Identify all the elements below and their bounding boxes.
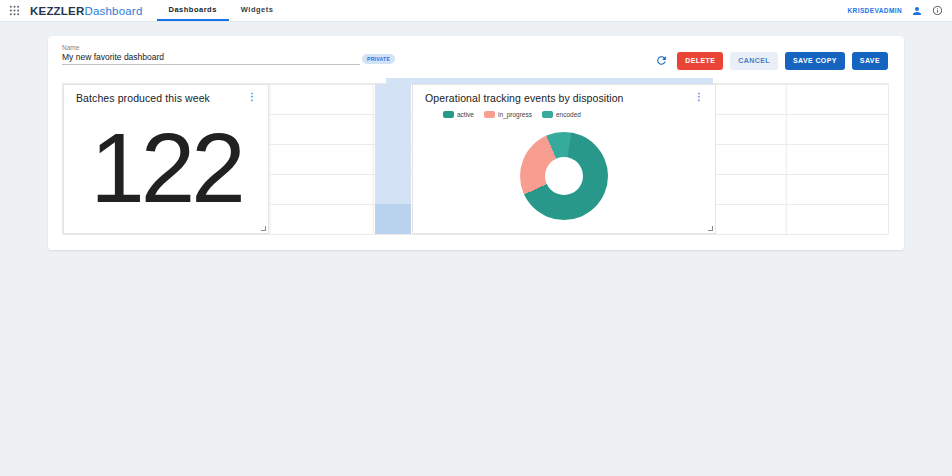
resize-handle[interactable]	[708, 226, 713, 231]
cancel-button[interactable]: CANCEL	[730, 52, 778, 70]
kebab-menu-icon[interactable]: ⋮	[245, 92, 259, 102]
save-button[interactable]: SAVE	[852, 52, 888, 70]
widget-header: Operational tracking events by dispositi…	[413, 85, 715, 104]
refresh-icon[interactable]	[655, 54, 668, 67]
brand-logo[interactable]: KEZZLERDashboard	[26, 0, 147, 21]
toolbar-actions: DELETE CANCEL SAVE COPY SAVE	[655, 51, 888, 70]
grid-drop-highlight-column	[375, 84, 411, 234]
legend-item-encoded[interactable]: encoded	[542, 111, 581, 118]
donut-chart	[520, 132, 608, 220]
legend-item-in-progress[interactable]: in_progress	[484, 111, 532, 118]
widget-title: Batches produced this week	[76, 92, 210, 104]
legend-swatch	[484, 111, 495, 118]
person-icon[interactable]	[911, 5, 923, 17]
widget-header: Batches produced this week ⋮	[64, 85, 268, 104]
info-icon[interactable]	[932, 5, 943, 16]
tab-dashboards[interactable]: Dashboards	[157, 0, 229, 21]
username[interactable]: KRISDEVADMIN	[847, 7, 902, 14]
app-bar: KEZZLERDashboard Dashboards Widgets KRIS…	[0, 0, 952, 22]
main-nav: Dashboards Widgets	[157, 0, 286, 21]
chart-legend: active in_progress encoded	[443, 111, 581, 118]
dashboard-grid: Batches produced this week ⋮ 122 Operati…	[62, 83, 889, 235]
resize-handle[interactable]	[261, 226, 266, 231]
brand-primary: KEZZLER	[30, 5, 84, 17]
tab-widgets[interactable]: Widgets	[229, 0, 286, 21]
kebab-menu-icon[interactable]: ⋮	[692, 92, 706, 102]
apps-grid-icon[interactable]	[0, 0, 26, 21]
save-copy-button[interactable]: SAVE COPY	[785, 52, 845, 70]
legend-swatch	[443, 111, 454, 118]
brand-secondary: Dashboard	[84, 5, 142, 17]
widget-kpi-batches[interactable]: Batches produced this week ⋮ 122	[63, 84, 269, 234]
private-badge: PRIVATE	[362, 54, 395, 64]
legend-label: encoded	[556, 111, 581, 118]
legend-item-active[interactable]: active	[443, 111, 474, 118]
appbar-right: KRISDEVADMIN	[847, 0, 952, 21]
grid-drop-highlight-cell	[375, 204, 411, 234]
legend-label: in_progress	[498, 111, 532, 118]
kpi-value: 122	[90, 119, 242, 217]
widget-title: Operational tracking events by dispositi…	[425, 92, 624, 104]
dashboard-editor-card: Name PRIVATE DELETE CANCEL SAVE COPY SAV…	[48, 36, 904, 250]
widget-donut-disposition[interactable]: Operational tracking events by dispositi…	[412, 84, 716, 234]
legend-swatch	[542, 111, 553, 118]
dashboard-name-input[interactable]	[62, 52, 360, 65]
delete-button[interactable]: DELETE	[677, 52, 723, 70]
name-field-label: Name	[62, 44, 79, 51]
legend-label: active	[457, 111, 474, 118]
